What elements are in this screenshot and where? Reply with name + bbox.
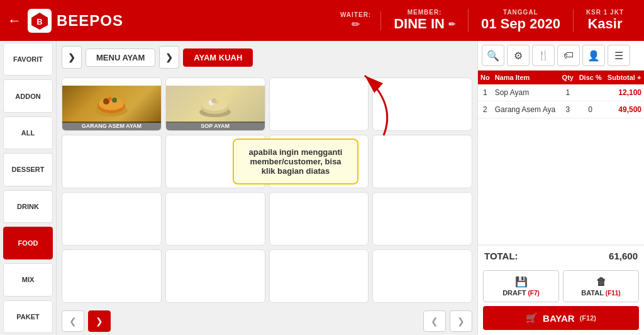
menu-cell-empty-3-1[interactable] <box>165 249 265 303</box>
next-right-icon: ❯ <box>457 316 465 326</box>
back-button[interactable]: ← <box>8 13 21 29</box>
batal-shortcut: (F11) <box>606 290 621 297</box>
menu-cell-empty-1-0[interactable] <box>62 135 162 188</box>
submenu-left-arrow[interactable]: ❯ <box>62 46 82 69</box>
sidebar-item-favorit[interactable]: FAVORIT <box>3 43 53 76</box>
menu-cell-empty-3-3[interactable] <box>372 249 472 303</box>
logo-area: B BEEPOS <box>28 9 123 33</box>
member-value-row[interactable]: DINE IN ✏ <box>394 16 455 32</box>
tooltip-text: apabila ingin mengganti member/customer,… <box>249 147 343 176</box>
svg-text:B: B <box>36 17 42 26</box>
menu-cell-empty-2-0[interactable] <box>62 192 162 246</box>
tooltip-callout: apabila ingin mengganti member/customer,… <box>233 139 358 185</box>
row2-no: 2 <box>478 101 492 118</box>
sop-ayam-label: SOP AYAM <box>166 122 265 130</box>
row2-qty: 3 <box>559 101 576 118</box>
menu-cell-empty-3-0[interactable] <box>62 249 162 303</box>
row2-disc: 0 <box>576 101 604 118</box>
sidebar-item-paket[interactable]: PAKET <box>3 300 53 333</box>
logo-text: BEEPOS <box>57 12 123 30</box>
sidebar-item-mix[interactable]: MIX <box>3 263 53 296</box>
svg-point-8 <box>108 97 112 101</box>
menu-item-sop-ayam[interactable]: SOP AYAM <box>165 77 265 131</box>
order-row-1[interactable]: 1 Sop Ayam 1 12,100 <box>478 84 644 101</box>
page-prev-left[interactable]: ❮ <box>62 310 84 332</box>
search-button[interactable]: 🔍 <box>482 45 504 66</box>
bayar-shortcut: (F12) <box>580 314 596 322</box>
menu-cell-empty-2-3[interactable] <box>372 192 472 246</box>
svg-point-7 <box>112 98 117 103</box>
row1-disc <box>576 84 604 101</box>
submenu-cat-ayam-kuah[interactable]: AYAM KUAH <box>183 48 253 67</box>
settings-icon: ⚙ <box>514 50 523 62</box>
ksr-section: KSR 1 JKT Kasir <box>574 9 636 32</box>
sidebar-item-all[interactable]: ALL <box>3 116 53 149</box>
garang-asem-label: GARANG ASEM AYAM <box>62 122 161 130</box>
sidebar-item-addon[interactable]: ADDON <box>3 79 53 112</box>
sidebar-item-dessert[interactable]: DESSERT <box>3 153 53 186</box>
right-panel: 🔍 ⚙ 🍴 🏷 👤 ☰ No <box>477 41 644 335</box>
ksr-value: Kasir <box>587 16 622 32</box>
member-edit-icon[interactable]: ✏ <box>448 20 455 29</box>
order-table-container: No Nama Item Qty Disc % Subtotal + 1 Sop… <box>478 71 644 244</box>
menu-cell-empty-2-1[interactable] <box>165 192 265 246</box>
menu-cell-empty-1-3[interactable] <box>372 135 472 188</box>
col-subtotal: Subtotal + <box>604 71 644 84</box>
waiter-section: WAITER: ✏ <box>331 11 381 30</box>
sidebar-item-drink[interactable]: DRINK <box>3 190 53 223</box>
submenu-bar: ❯ MENU AYAM ❯ AYAM KUAH <box>57 41 477 74</box>
person-icon: 👤 <box>587 50 600 62</box>
col-disc: Disc % <box>576 71 604 84</box>
garang-asem-image <box>92 90 130 118</box>
svg-point-14 <box>211 98 216 103</box>
settings-button[interactable]: ⚙ <box>507 45 530 66</box>
sidebar-item-food[interactable]: FOOD <box>3 227 53 259</box>
tag-button[interactable]: 🏷 <box>557 45 580 66</box>
menu-cell-empty-0-2[interactable] <box>269 77 369 131</box>
action-buttons: 💾 DRAFT (F7) 🗑 BATAL (F11) <box>478 266 644 306</box>
page-prev-right[interactable]: ❮ <box>423 310 446 332</box>
row2-subtotal: 49,500 <box>604 101 644 118</box>
content-area: ❯ MENU AYAM ❯ AYAM KUAH GA <box>57 41 477 335</box>
ksr-label: KSR 1 JKT <box>586 9 624 16</box>
right-toolbar: 🔍 ⚙ 🍴 🏷 👤 ☰ <box>478 41 644 71</box>
order-row-2[interactable]: 2 Garang Asem Aya 3 0 49,500 <box>478 101 644 118</box>
col-no: No <box>478 71 492 84</box>
batal-label: BATAL <box>581 289 603 297</box>
total-row: TOTAL: 61,600 <box>478 244 644 266</box>
page-next-left[interactable]: ❯ <box>88 310 111 332</box>
menu-cell-empty-0-3[interactable] <box>372 77 472 131</box>
member-section: MEMBER: DINE IN ✏ <box>381 9 469 32</box>
utensils-button[interactable]: 🍴 <box>532 45 555 66</box>
submenu-cat-menu-ayam[interactable]: MENU AYAM <box>86 48 155 67</box>
beepos-logo-icon: B <box>28 9 52 33</box>
table-header-row: No Nama Item Qty Disc % Subtotal + <box>478 71 644 84</box>
draft-shortcut: (F7) <box>528 290 540 297</box>
category-sidebar: FAVORIT ADDON ALL DESSERT DRINK FOOD MIX… <box>0 41 57 335</box>
submenu-right-arrow[interactable]: ❯ <box>159 46 179 69</box>
waiter-edit-icon[interactable]: ✏ <box>352 18 360 30</box>
tag-icon: 🏷 <box>564 50 574 61</box>
total-value: 61,600 <box>609 251 638 261</box>
person-button[interactable]: 👤 <box>582 45 605 66</box>
row2-name: Garang Asem Aya <box>492 101 560 118</box>
list-button[interactable]: ☰ <box>608 45 630 66</box>
draft-label: DRAFT <box>502 289 526 297</box>
bayar-button[interactable]: 🛒 BAYAR (F12) <box>483 306 639 330</box>
menu-grid: GARANG ASEM AYAM SOP AYAM <box>57 74 477 307</box>
prev-left-icon: ❮ <box>69 316 77 326</box>
search-icon: 🔍 <box>487 50 499 62</box>
list-icon: ☰ <box>614 50 623 62</box>
draft-button[interactable]: 💾 DRAFT (F7) <box>483 270 559 302</box>
waiter-label: WAITER: <box>340 11 371 18</box>
col-qty: Qty <box>559 71 576 84</box>
page-next-right[interactable]: ❯ <box>450 310 472 332</box>
member-label: MEMBER: <box>408 9 442 16</box>
bayar-label: BAYAR <box>543 313 575 324</box>
next-left-icon: ❯ <box>96 316 103 326</box>
menu-cell-empty-2-2[interactable] <box>269 192 369 246</box>
menu-item-garang-asem[interactable]: GARANG ASEM AYAM <box>62 77 162 131</box>
tanggal-label: TANGGAL <box>503 9 538 16</box>
menu-cell-empty-3-2[interactable] <box>269 249 369 303</box>
batal-button[interactable]: 🗑 BATAL (F11) <box>563 270 639 302</box>
